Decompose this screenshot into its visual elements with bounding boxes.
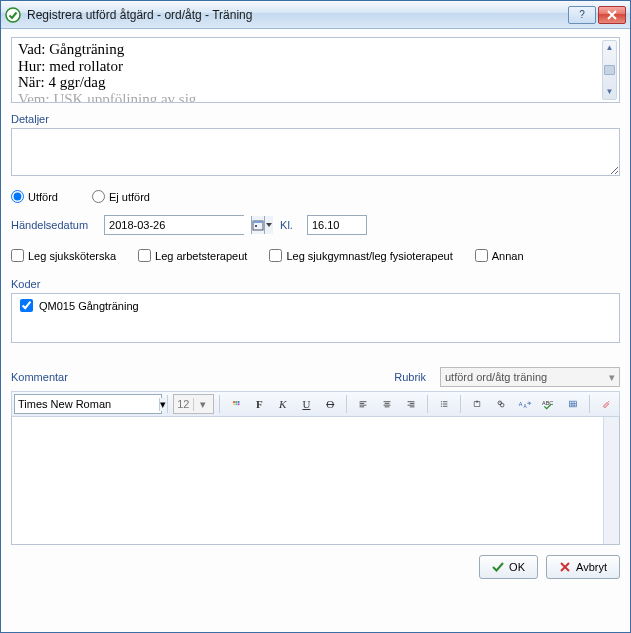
handelsedatum-input[interactable] <box>105 216 251 234</box>
cancel-icon <box>559 561 571 573</box>
svg-rect-10 <box>237 403 239 405</box>
bullet-list-button[interactable] <box>433 394 455 414</box>
window-title: Registrera utförd åtgärd - ord/åtg - Trä… <box>27 8 568 22</box>
insert-button[interactable] <box>466 394 488 414</box>
ej-utford-radio-label: Ej utförd <box>109 191 150 203</box>
leg-arb-label: Leg arbetsterapeut <box>155 250 247 262</box>
leg-ssk-checkbox[interactable] <box>11 249 24 262</box>
align-center-button[interactable] <box>376 394 398 414</box>
leg-ssk-label: Leg sjuksköterska <box>28 250 116 262</box>
font-family-input[interactable] <box>15 395 159 413</box>
svg-rect-5 <box>233 401 235 403</box>
koder-list[interactable]: QM015 Gångträning <box>11 293 620 343</box>
svg-point-16 <box>500 403 504 407</box>
kommentar-editor[interactable] <box>11 417 620 545</box>
spellcheck-button[interactable]: ABC <box>538 394 560 414</box>
help-button[interactable]: ? <box>568 6 596 24</box>
scroll-down-icon[interactable]: ▼ <box>603 85 616 99</box>
date-dropdown-icon[interactable] <box>264 216 273 234</box>
svg-text:A: A <box>519 401 523 407</box>
annan-label: Annan <box>492 250 524 262</box>
svg-point-0 <box>6 8 20 22</box>
kl-label: Kl. <box>280 219 293 231</box>
clear-button[interactable] <box>595 394 617 414</box>
annan-check[interactable]: Annan <box>475 249 524 262</box>
font-family-select[interactable]: T ▾ <box>14 394 162 414</box>
chevron-down-icon: ▾ <box>609 371 615 384</box>
order-line: Vad: Gångträning <box>18 41 613 58</box>
svg-rect-6 <box>235 401 237 403</box>
titlebar: Registrera utförd åtgärd - ord/åtg - Trä… <box>1 1 630 29</box>
table-button[interactable] <box>562 394 584 414</box>
utford-radio[interactable]: Utförd <box>11 190 58 203</box>
order-line: Vem: USK uppföljning av sig <box>18 91 613 104</box>
editor-toolbar: T ▾ 12 ▾ F K U O <box>11 391 620 417</box>
window-buttons: ? <box>568 6 626 24</box>
svg-rect-9 <box>235 403 237 405</box>
leg-sjukg-check[interactable]: Leg sjukgymnast/leg fysioterapeut <box>269 249 452 262</box>
profession-checks: Leg sjuksköterska Leg arbetsterapeut Leg… <box>11 249 620 262</box>
color-picker-button[interactable] <box>225 394 247 414</box>
kl-input[interactable] <box>307 215 367 235</box>
strike-button[interactable]: O <box>319 394 341 414</box>
align-right-button[interactable] <box>400 394 422 414</box>
order-scrollbar[interactable]: ▲ ▼ <box>602 40 617 100</box>
calendar-icon[interactable] <box>251 216 264 234</box>
align-left-button[interactable] <box>352 394 374 414</box>
utford-radio-input[interactable] <box>11 190 24 203</box>
order-summary-box: Vad: Gångträning Hur: med rollator När: … <box>11 37 620 103</box>
kommentar-label: Kommentar <box>11 371 68 383</box>
ok-button-label: OK <box>509 561 525 573</box>
koder-label: Koder <box>11 278 620 290</box>
font-size-value: 12 <box>174 398 193 410</box>
handelsedatum-label: Händelsedatum <box>11 219 88 231</box>
kommentar-rubrik-row: Kommentar Rubrik utförd ord/åtg träning … <box>11 367 620 387</box>
order-line: Hur: med rollator <box>18 58 613 75</box>
svg-rect-2 <box>253 221 263 223</box>
avbryt-button[interactable]: Avbryt <box>546 555 620 579</box>
chevron-down-icon[interactable]: ▾ <box>159 398 166 411</box>
phrase-button[interactable]: AA <box>514 394 536 414</box>
svg-rect-20 <box>570 401 577 407</box>
svg-point-12 <box>441 403 442 404</box>
leg-ssk-check[interactable]: Leg sjuksköterska <box>11 249 116 262</box>
detaljer-input[interactable] <box>11 128 620 176</box>
dialog-body: Vad: Gångträning Hur: med rollator När: … <box>1 29 630 632</box>
chevron-down-icon: ▾ <box>193 398 213 411</box>
scroll-thumb[interactable] <box>604 65 615 75</box>
editor-scrollbar[interactable] <box>603 417 619 544</box>
leg-arb-checkbox[interactable] <box>138 249 151 262</box>
underline-button[interactable]: U <box>295 394 317 414</box>
svg-text:ABC: ABC <box>542 400 553 406</box>
find-button[interactable] <box>490 394 512 414</box>
font-size-select[interactable]: 12 ▾ <box>173 394 214 414</box>
svg-text:A: A <box>524 404 528 409</box>
close-button[interactable] <box>598 6 626 24</box>
handelsedatum-picker[interactable] <box>104 215 244 235</box>
status-radio-group: Utförd Ej utförd <box>11 190 620 203</box>
scroll-up-icon[interactable]: ▲ <box>603 41 616 55</box>
leg-arb-check[interactable]: Leg arbetsterapeut <box>138 249 247 262</box>
svg-rect-3 <box>255 225 257 227</box>
rubrik-label: Rubrik <box>394 371 426 383</box>
date-row: Händelsedatum Kl. <box>11 215 620 235</box>
leg-sjukg-checkbox[interactable] <box>269 249 282 262</box>
rubrik-select[interactable]: utförd ord/åtg träning ▾ <box>440 367 620 387</box>
koder-item-checkbox[interactable] <box>20 299 33 312</box>
italic-button[interactable]: K <box>272 394 293 414</box>
koder-item[interactable]: QM015 Gångträning <box>16 296 615 315</box>
leg-sjukg-label: Leg sjukgymnast/leg fysioterapeut <box>286 250 452 262</box>
svg-point-11 <box>441 401 442 402</box>
ej-utford-radio-input[interactable] <box>92 190 105 203</box>
svg-rect-8 <box>233 403 235 405</box>
annan-checkbox[interactable] <box>475 249 488 262</box>
rubrik-value: utförd ord/åtg träning <box>445 371 547 383</box>
ok-button[interactable]: OK <box>479 555 538 579</box>
ej-utford-radio[interactable]: Ej utförd <box>92 190 150 203</box>
check-icon <box>492 561 504 573</box>
bold-button[interactable]: F <box>249 394 270 414</box>
svg-point-13 <box>441 406 442 407</box>
app-icon <box>5 7 21 23</box>
svg-rect-7 <box>237 401 239 403</box>
utford-radio-label: Utförd <box>28 191 58 203</box>
